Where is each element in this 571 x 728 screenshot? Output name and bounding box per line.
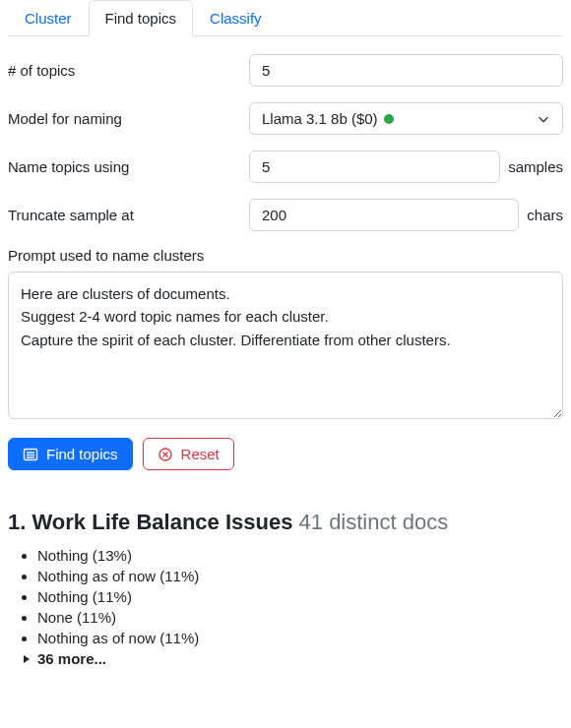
- reset-button[interactable]: Reset: [143, 438, 234, 470]
- list-icon: [23, 447, 38, 462]
- row-num-topics: # of topics: [8, 54, 563, 87]
- topic-title: Work Life Balance Issues: [32, 510, 292, 534]
- textarea-prompt[interactable]: [8, 272, 563, 419]
- input-name-using[interactable]: [249, 151, 500, 183]
- label-num-topics: # of topics: [8, 62, 249, 79]
- button-row: Find topics Reset: [8, 438, 563, 470]
- row-name-using: Name topics using samples: [8, 151, 563, 183]
- expand-more-button[interactable]: 36 more...: [8, 650, 563, 667]
- tab-classify[interactable]: Classify: [193, 0, 279, 36]
- topic-subtitle: 41 distinct docs: [299, 510, 449, 534]
- reset-button-label: Reset: [181, 446, 220, 462]
- label-model: Model for naming: [8, 110, 249, 127]
- input-truncate[interactable]: [249, 199, 519, 231]
- label-name-using: Name topics using: [8, 158, 249, 175]
- status-dot-icon: [384, 114, 394, 124]
- select-model[interactable]: Llama 3.1 8b ($0): [249, 102, 563, 135]
- label-prompt: Prompt used to name clusters: [8, 247, 563, 264]
- list-item: Nothing as of now (11%): [37, 628, 563, 648]
- chevron-down-icon: [537, 112, 550, 126]
- list-item: Nothing as of now (11%): [37, 566, 563, 586]
- more-label: 36 more...: [37, 650, 106, 667]
- find-topics-button[interactable]: Find topics: [8, 438, 133, 470]
- list-item: Nothing (13%): [37, 545, 563, 566]
- triangle-right-icon: [22, 650, 32, 667]
- label-truncate: Truncate sample at: [8, 207, 249, 223]
- topic-heading: 1. Work Life Balance Issues 41 distinct …: [8, 510, 563, 535]
- row-truncate: Truncate sample at chars: [8, 199, 563, 231]
- row-prompt: Prompt used to name clusters: [8, 247, 563, 422]
- doc-list: Nothing (13%) Nothing as of now (11%) No…: [8, 545, 563, 648]
- tabs-bar: Cluster Find topics Classify: [8, 0, 563, 36]
- suffix-samples: samples: [508, 158, 563, 175]
- topic-index: 1.: [8, 510, 26, 534]
- tab-cluster[interactable]: Cluster: [8, 0, 89, 36]
- row-model: Model for naming Llama 3.1 8b ($0): [8, 102, 563, 135]
- input-num-topics[interactable]: [249, 54, 563, 87]
- cancel-circle-icon: [158, 447, 173, 462]
- list-item: Nothing (11%): [37, 586, 563, 607]
- suffix-chars: chars: [527, 207, 563, 223]
- select-model-value: Llama 3.1 8b ($0): [262, 110, 378, 127]
- find-topics-button-label: Find topics: [46, 446, 118, 462]
- tab-find-topics[interactable]: Find topics: [89, 0, 194, 36]
- list-item: None (11%): [37, 607, 563, 628]
